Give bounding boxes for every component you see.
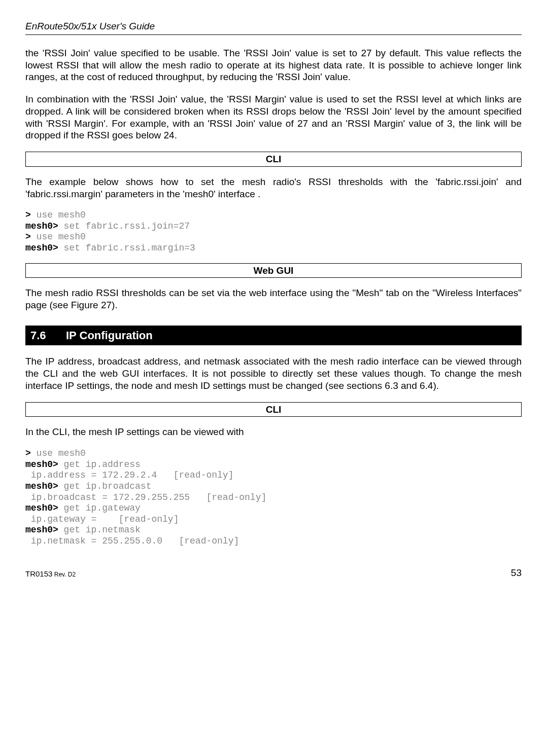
terminal-prompt: >: [25, 232, 31, 242]
page-footer: TR0153 Rev. D2 53: [25, 567, 522, 579]
terminal-prompt: mesh0>: [25, 221, 58, 231]
terminal-output: ip.address = 172.29.2.4 [read-only]: [25, 470, 233, 480]
terminal-command: set fabric.rssi.join=27: [58, 221, 190, 231]
paragraph: In the CLI, the mesh IP settings can be …: [25, 426, 522, 438]
footer-docnum: TR0153: [25, 569, 52, 578]
terminal-output: ip.gateway = [read-only]: [25, 514, 179, 524]
header-title: EnRoute50x/51x User's Guide: [25, 20, 522, 32]
footer-doc-id: TR0153 Rev. D2: [25, 569, 76, 579]
paragraph: In combination with the 'RSSI Join' valu…: [25, 93, 522, 141]
terminal-prompt: mesh0>: [25, 525, 58, 535]
header-rule: [25, 34, 522, 35]
terminal-output: ip.netmask = 255.255.0.0 [read-only]: [25, 536, 239, 546]
terminal-block: > use mesh0 mesh0> set fabric.rssi.join=…: [25, 210, 522, 254]
terminal-command: get ip.gateway: [58, 503, 141, 513]
terminal-command: get ip.broadcast: [58, 481, 152, 491]
terminal-prompt: >: [25, 448, 31, 458]
section-number: 7.6: [30, 329, 66, 343]
terminal-command: set fabric.rssi.margin=3: [58, 243, 195, 253]
terminal-output: ip.broadcast = 172.29.255.255 [read-only…: [25, 492, 266, 502]
terminal-prompt: mesh0>: [25, 481, 58, 491]
webgui-box-label: Web GUI: [25, 263, 522, 278]
terminal-prompt: mesh0>: [25, 243, 58, 253]
footer-rev: Rev. D2: [52, 571, 76, 578]
terminal-command: use mesh0: [31, 232, 86, 242]
cli-box-label: CLI: [25, 402, 522, 417]
paragraph: The IP address, broadcast address, and n…: [25, 355, 522, 391]
cli-box-label: CLI: [25, 152, 522, 167]
terminal-command: get ip.netmask: [58, 525, 141, 535]
terminal-prompt: mesh0>: [25, 503, 58, 513]
terminal-block: > use mesh0 mesh0> get ip.address ip.add…: [25, 448, 522, 547]
paragraph: The example below shows how to set the m…: [25, 176, 522, 200]
footer-page-number: 53: [511, 567, 522, 579]
paragraph: the 'RSSI Join' value specified to be us…: [25, 47, 522, 83]
terminal-prompt: mesh0>: [25, 459, 58, 470]
terminal-command: get ip.address: [58, 459, 141, 470]
terminal-prompt: >: [25, 210, 31, 220]
paragraph: The mesh radio RSSI thresholds can be se…: [25, 287, 522, 311]
section-title: IP Configuration: [66, 329, 153, 342]
section-heading: 7.6IP Configuration: [25, 326, 522, 346]
terminal-command: use mesh0: [31, 448, 86, 458]
terminal-command: use mesh0: [31, 210, 86, 220]
